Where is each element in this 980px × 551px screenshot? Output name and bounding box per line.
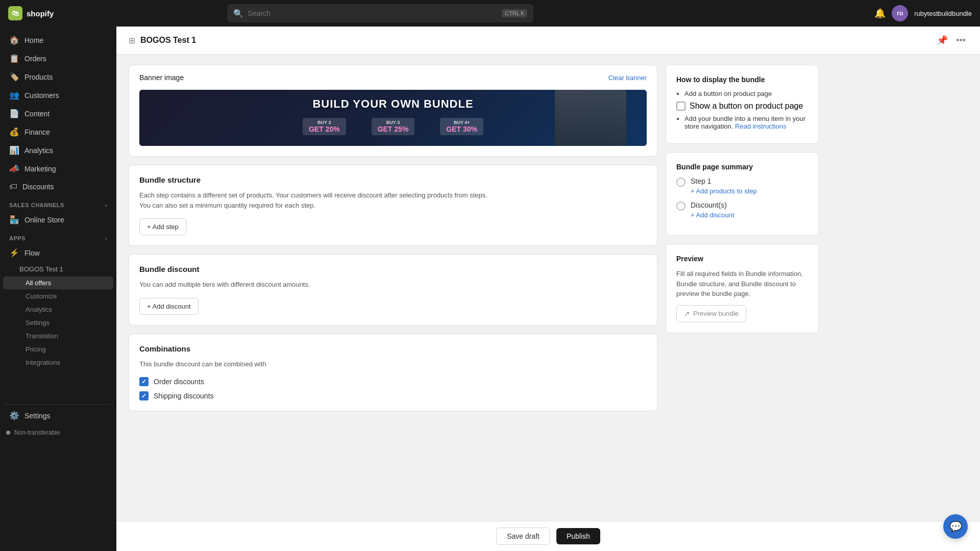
bell-icon[interactable]: 🔔 — [874, 8, 886, 19]
tier-2-qty: BUY 3 — [378, 120, 409, 125]
page-header-actions: 📌 ••• — [935, 33, 968, 48]
preview-card: Preview Fill all required fields in Bund… — [666, 244, 819, 333]
show-button-row[interactable]: Show a button on product page — [676, 102, 808, 111]
sidebar-item-label: Online Store — [24, 216, 64, 224]
sidebar-item-products[interactable]: 🏷️ Products — [3, 68, 113, 86]
tier-1-qty: BUY 2 — [309, 120, 340, 125]
search-shortcut: CTRL K — [502, 9, 527, 17]
sidebar-item-customers[interactable]: 👥 Customers — [3, 86, 113, 104]
preview-desc: Fill all required fields in Bundle infor… — [676, 269, 808, 299]
content-area: Banner image Clear banner BUILD YOUR OWN… — [116, 55, 831, 421]
step1-radio[interactable] — [676, 178, 685, 187]
sidebar-item-label: Products — [24, 73, 53, 81]
sidebar-item-label: Flow — [24, 249, 40, 257]
sidebar-item-analytics-sub[interactable]: Analytics — [3, 303, 113, 316]
sidebar-item-pricing[interactable]: Pricing — [3, 343, 113, 356]
sidebar-item-analytics[interactable]: 📊 Analytics — [3, 141, 113, 159]
shortcut-ctrl: CTRL — [505, 10, 520, 16]
discounts-radio[interactable] — [676, 202, 685, 211]
sidebar-item-settings-sub[interactable]: Settings — [3, 316, 113, 329]
non-transferable-label: Non-transferable — [14, 429, 60, 436]
step1-label: Step 1 — [691, 177, 757, 185]
shipping-discounts-checkbox[interactable] — [139, 391, 149, 400]
settings-label: Settings — [24, 412, 51, 420]
bundle-page-summary-title: Bundle page summary — [676, 163, 808, 171]
add-discount-button[interactable]: + Add discount — [139, 298, 199, 315]
bundle-discount-card: Bundle discount You can add multiple tie… — [129, 254, 657, 325]
sidebar-item-integrations[interactable]: Integrations — [3, 356, 113, 369]
products-icon: 🏷️ — [9, 72, 19, 82]
page-header: ⊞ BOGOS Test 1 📌 ••• — [116, 27, 980, 55]
avatar: ru — [892, 5, 908, 21]
order-discounts-row[interactable]: Order discounts — [139, 377, 647, 386]
main-content: Banner image Clear banner BUILD YOUR OWN… — [116, 55, 980, 521]
shipping-discounts-row[interactable]: Shipping discounts — [139, 391, 647, 400]
shopify-logo[interactable]: 🛍 shopify — [8, 6, 54, 20]
publish-button[interactable]: Publish — [556, 528, 600, 544]
order-discounts-checkbox[interactable] — [139, 377, 149, 386]
discounts-icon: 🏷 — [9, 182, 17, 191]
customers-icon: 👥 — [9, 90, 19, 100]
sidebar-item-all-offers[interactable]: All offers — [3, 277, 113, 289]
add-step-button[interactable]: + Add step — [139, 218, 186, 235]
chat-icon: 💬 — [949, 520, 962, 533]
add-discount-sub-button[interactable]: + Add discount — [691, 211, 734, 219]
search-input[interactable] — [248, 9, 498, 17]
discounts-label: Discount(s) — [691, 201, 734, 209]
bundle-discount-desc: You can add multiple tiers with differen… — [139, 280, 647, 290]
preview-bundle-label: Preview bundle — [693, 310, 739, 317]
banner-image-container: BUILD YOUR OWN BUNDLE BUY 2 GET 20% — [139, 90, 647, 146]
sidebar-item-discounts[interactable]: 🏷 Discounts — [3, 178, 113, 195]
bundle-structure-desc1: Each step contains a different set of pr… — [139, 190, 647, 210]
sidebar-item-label: Orders — [24, 55, 46, 63]
how-to-display-title: How to display the bundle — [676, 76, 808, 84]
page-title: BOGOS Test 1 — [140, 36, 196, 45]
banner-label: Banner image — [139, 73, 184, 82]
clear-banner-button[interactable]: Clear banner — [608, 74, 647, 82]
banner-header: Banner image Clear banner — [129, 65, 657, 90]
sidebar-item-orders[interactable]: 📋 Orders — [3, 49, 113, 67]
sidebar-item-online-store[interactable]: 🏪 Online Store — [3, 211, 113, 229]
banner-text-area: BUILD YOUR OWN BUNDLE BUY 2 GET 20% — [139, 90, 647, 146]
order-discounts-label: Order discounts — [154, 378, 204, 386]
add-products-button[interactable]: + Add products to step — [691, 187, 757, 195]
discounts-content: Discount(s) + Add discount — [691, 201, 734, 219]
show-button-checkbox[interactable] — [676, 102, 685, 111]
tier-3-qty: BUY 4+ — [446, 120, 477, 125]
save-draft-button[interactable]: Save draft — [496, 528, 550, 545]
sidebar-item-marketing[interactable]: 📣 Marketing — [3, 160, 113, 178]
combinations-card: Combinations This bundle discount can be… — [129, 334, 657, 412]
settings-icon: ⚙️ — [9, 411, 19, 420]
apps-chevron[interactable]: › — [105, 235, 107, 241]
sidebar-item-label: Customers — [24, 91, 59, 99]
bottom-bar: Save draft Publish — [116, 521, 980, 551]
search-bar[interactable]: 🔍 CTRL K — [227, 4, 533, 22]
sidebar-item-finance[interactable]: 💰 Finance — [3, 123, 113, 141]
sales-channels-section: Sales channels › — [0, 196, 116, 210]
translation-label: Translation — [26, 332, 58, 340]
sidebar-item-bogos-test1[interactable]: BOGOS Test 1 — [3, 262, 113, 276]
chat-bubble[interactable]: 💬 — [943, 514, 968, 539]
bundle-discount-title: Bundle discount — [139, 265, 647, 273]
combinations-body: Combinations This bundle discount can be… — [129, 334, 657, 411]
banner-card: Banner image Clear banner BUILD YOUR OWN… — [129, 65, 657, 157]
sidebar-item-content[interactable]: 📄 Content — [3, 105, 113, 122]
sidebar-item-customize[interactable]: Customize — [3, 290, 113, 303]
preview-bundle-button[interactable]: ↗ Preview bundle — [676, 305, 746, 322]
pin-button[interactable]: 📌 — [935, 33, 950, 48]
sidebar-item-settings[interactable]: ⚙️ Settings — [3, 404, 113, 424]
how-to-display-body: How to display the bundle Add a button o… — [666, 65, 818, 143]
sidebar-item-translation[interactable]: Translation — [3, 330, 113, 342]
read-instructions-link[interactable]: Read instructions — [735, 122, 786, 130]
user-name: rubytestbuildbundle — [914, 10, 972, 17]
analytics-icon: 📊 — [9, 145, 19, 155]
sales-channels-chevron[interactable]: › — [105, 202, 107, 208]
shopify-bag-icon: 🛍 — [8, 6, 22, 20]
sidebar-item-home[interactable]: 🏠 Home — [3, 31, 113, 49]
bundle-structure-card: Bundle structure Each step contains a di… — [129, 165, 657, 246]
sidebar-item-label: Analytics — [24, 146, 53, 155]
apps-section: Apps › — [0, 229, 116, 243]
integrations-label: Integrations — [26, 359, 60, 366]
more-button[interactable]: ••• — [954, 33, 968, 48]
sidebar-item-flow[interactable]: ⚡ Flow — [3, 244, 113, 262]
